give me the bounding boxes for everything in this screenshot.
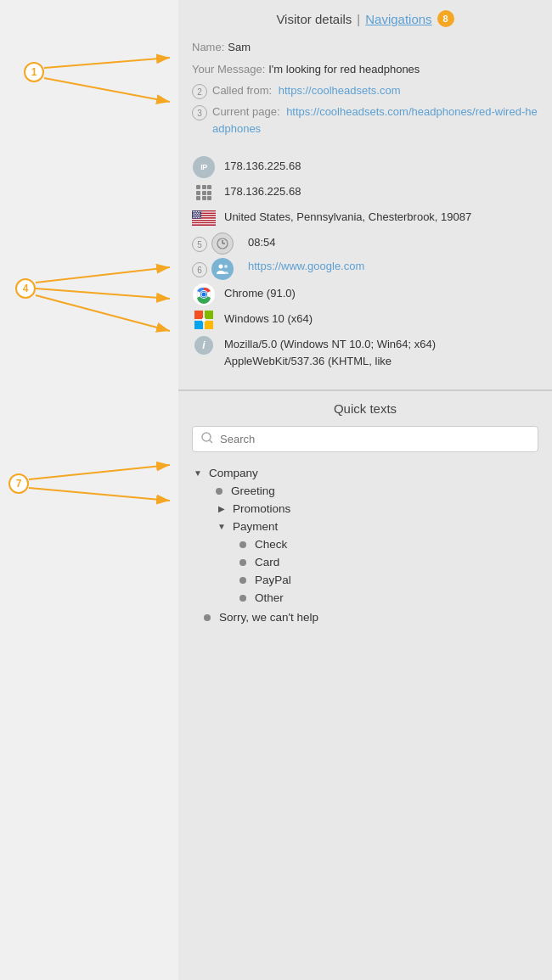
tree-leaf-check[interactable]: Check [239,535,538,553]
tree-label-company: Company [209,467,258,479]
svg-point-40 [198,214,199,215]
time-row: 5 08:54 [192,234,538,253]
panel-title: Visitor details [276,12,352,26]
svg-rect-24 [192,222,216,223]
svg-point-43 [195,216,196,216]
current-page-label: Current page: [212,105,280,118]
referrer-number: 6 [192,262,207,277]
search-icon [201,432,213,446]
panel-header: Visitor details | Navigations 8 [192,10,538,27]
tree-label-promotions: Promotions [233,502,290,515]
clock-icon [211,234,234,253]
svg-point-41 [200,214,200,215]
tree-label-payment: Payment [233,520,278,533]
name-row: Name: Sam [192,39,538,56]
network-address: 178.136.225.68 [224,183,301,200]
svg-point-47 [194,217,195,218]
svg-rect-26 [192,225,216,226]
tree-row-company[interactable]: ▼ Company [192,464,538,482]
called-from-label: Called from: [212,84,272,97]
tree-leaf-other[interactable]: Other [239,589,538,607]
svg-rect-22 [192,220,216,221]
svg-rect-64 [205,321,213,329]
annotation-area: 1 4 7 [0,0,178,980]
quick-texts-title: Quick texts [192,401,538,416]
tree-leaf-card[interactable]: Card [239,553,538,571]
svg-rect-65 [202,318,206,322]
svg-line-6 [36,267,170,283]
svg-point-35 [197,213,198,214]
browser-value: Chrome (91.0) [224,285,296,302]
flag-icon [192,209,216,227]
main-panel: Visitor details | Navigations 8 Name: Sa… [178,0,552,980]
info-icon: i [192,336,216,355]
tree-leaf-greeting[interactable]: Greeting [216,482,538,500]
svg-point-50 [200,217,200,218]
svg-rect-23 [192,221,216,221]
tree-label-paypal: PayPal [255,574,291,586]
referrer-icon [211,260,234,278]
expand-arrow-promotions: ▶ [216,504,228,513]
svg-point-33 [194,213,194,214]
expand-arrow-payment: ▼ [216,522,228,531]
svg-line-11 [29,465,170,479]
tree-item-payment: ▼ Payment Check Card [216,518,538,607]
panel-divider: | [357,12,360,26]
search-box[interactable] [192,426,538,452]
time-value: 08:54 [248,234,276,251]
called-from-link[interactable]: https://coolheadsets.com [279,84,401,97]
navigations-link[interactable]: Navigations [365,12,431,26]
svg-point-0 [25,63,43,81]
svg-point-44 [197,216,198,216]
svg-point-38 [194,214,195,215]
tree-label-sorry: Sorry, we can't help [219,611,318,624]
svg-text:1: 1 [31,66,37,78]
tree-item-company: ▼ Company Greeting ▶ Promotions [192,464,538,607]
svg-rect-21 [192,219,216,220]
tree-children-company: Greeting ▶ Promotions ▼ Payment [192,482,538,607]
svg-point-4 [16,279,35,298]
user-agent-row: i Mozilla/5.0 (Windows NT 10.0; Win64; x… [192,336,538,369]
ip-address: 178.136.225.68 [224,158,301,175]
browser-row: Chrome (91.0) [192,285,538,304]
search-input[interactable] [220,433,529,445]
svg-text:7: 7 [16,478,22,490]
svg-rect-63 [194,321,203,329]
message-label: Your Message: [192,61,265,78]
current-page-number: 3 [192,105,207,120]
tree-label-other: Other [255,591,284,604]
name-label: Name: [192,39,224,56]
bullet-paypal [239,577,246,584]
called-from-number: 2 [192,84,207,99]
svg-point-28 [193,211,194,212]
visitor-details-section: Visitor details | Navigations 8 Name: Sa… [178,0,552,391]
svg-point-46 [193,217,194,218]
tree-row-promotions[interactable]: ▶ Promotions [216,500,538,518]
bullet-card [239,559,246,566]
location-row: United States, Pennsylvania, Chesterbroo… [192,209,538,227]
location-text: United States, Pennsylvania, Chesterbroo… [224,209,471,226]
tree-leaf-paypal[interactable]: PayPal [239,571,538,589]
network-row: 178.136.225.68 [192,183,538,202]
tree-children-payment: Check Card PayPal [216,535,538,607]
name-value: Sam [228,39,251,56]
current-page-row: 3 Current page: https://coolheadsets.com… [192,104,538,137]
called-from-row: 2 Called from: https://coolheadsets.com [192,82,538,99]
tree-row-payment[interactable]: ▼ Payment [216,518,538,535]
svg-line-8 [36,295,170,331]
svg-point-54 [219,265,223,269]
tree-label-check: Check [255,538,287,551]
svg-rect-62 [205,311,213,319]
tree-leaf-sorry[interactable]: Sorry, we can't help [192,608,538,626]
svg-line-2 [44,58,170,68]
user-agent-text: Mozilla/5.0 (Windows NT 10.0; Win64; x64… [224,336,538,369]
tech-info-section: IP 178.136.225.68 178.136.225.68 [192,158,538,369]
os-value: Windows 10 (x64) [224,311,313,328]
expand-arrow-company: ▼ [192,468,204,478]
tree-label-greeting: Greeting [231,484,275,497]
referrer-link[interactable]: https://www.google.com [248,260,364,272]
network-icon [192,183,216,202]
svg-line-12 [29,488,170,501]
svg-point-55 [224,265,228,268]
svg-rect-61 [194,311,203,319]
